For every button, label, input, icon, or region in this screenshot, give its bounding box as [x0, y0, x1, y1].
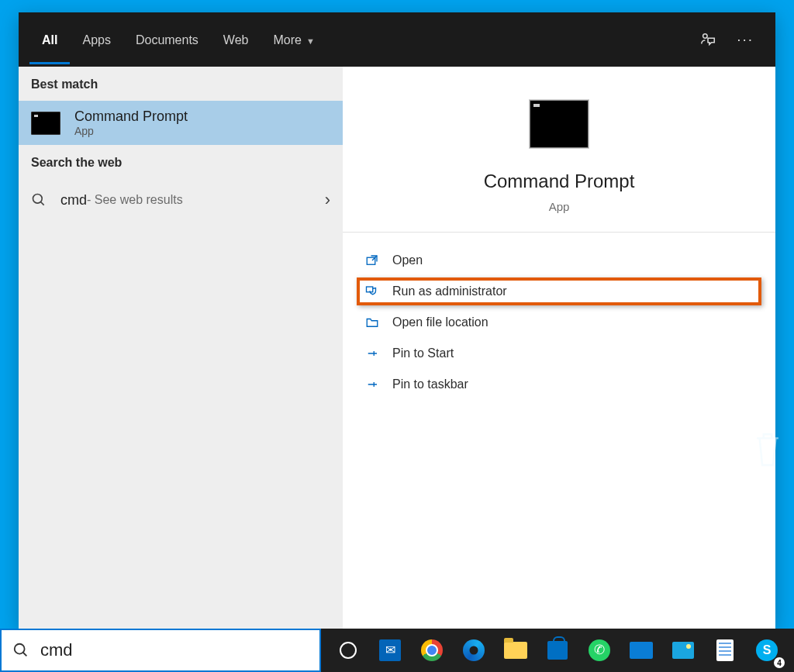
svg-line-6 [23, 653, 27, 656]
cmd-preview-icon [529, 99, 589, 149]
chevron-down-icon: ▼ [306, 36, 315, 46]
web-term: cmd [60, 192, 87, 208]
outlook-icon[interactable] [374, 634, 406, 667]
whatsapp-icon[interactable] [583, 634, 616, 667]
recycle-bin-icon[interactable] [751, 430, 785, 470]
tab-apps[interactable]: Apps [70, 15, 123, 64]
photos-icon[interactable] [667, 634, 699, 667]
results-list: Best match Command Prompt App Search the… [19, 67, 343, 629]
notepad-icon[interactable] [709, 634, 741, 667]
chrome-icon[interactable] [416, 634, 448, 667]
pin-icon [363, 346, 381, 360]
svg-point-0 [703, 34, 708, 39]
preview-title: Command Prompt [484, 171, 635, 192]
folders-icon[interactable] [625, 634, 658, 667]
chevron-right-icon: › [325, 190, 330, 210]
search-input[interactable] [40, 640, 309, 660]
shield-icon [363, 284, 381, 298]
file-explorer-icon[interactable] [499, 634, 532, 667]
svg-line-2 [41, 202, 44, 205]
taskbar-search-box[interactable] [0, 629, 321, 672]
more-options-icon[interactable]: ··· [737, 31, 754, 48]
web-suffix: - See web results [87, 193, 183, 207]
taskbar: 4 [0, 629, 794, 672]
preview-subtitle: App [549, 200, 570, 213]
action-open[interactable]: Open [357, 246, 761, 274]
preview-pane: Command Prompt App Open Run as administr… [343, 67, 775, 629]
action-run-as-administrator[interactable]: Run as administrator [357, 277, 761, 305]
result-title: Command Prompt [74, 109, 188, 125]
tab-more[interactable]: More▼ [261, 15, 326, 64]
skype-badge: 4 [774, 657, 785, 668]
cmd-icon [31, 112, 60, 135]
cortana-icon[interactable] [332, 634, 364, 667]
edge-icon[interactable] [457, 634, 490, 667]
tab-documents[interactable]: Documents [123, 15, 211, 64]
taskbar-icons: 4 [321, 629, 794, 672]
action-open-file-location[interactable]: Open file location [357, 308, 761, 336]
search-web-label: Search the web [19, 145, 343, 179]
best-match-label: Best match [19, 67, 343, 101]
tab-web[interactable]: Web [211, 15, 261, 64]
start-search-panel: All Apps Documents Web More▼ ··· Best ma… [19, 12, 775, 629]
result-command-prompt[interactable]: Command Prompt App [19, 101, 343, 145]
skype-icon[interactable]: 4 [751, 634, 783, 667]
microsoft-store-icon[interactable] [541, 634, 574, 667]
search-tabbar: All Apps Documents Web More▼ ··· [19, 12, 775, 67]
folder-icon [363, 315, 381, 329]
pin-icon [363, 377, 381, 391]
result-subtitle: App [74, 125, 188, 137]
feedback-icon[interactable] [699, 31, 716, 48]
search-icon [31, 192, 47, 208]
tab-all[interactable]: All [29, 15, 70, 64]
svg-point-5 [15, 644, 25, 654]
search-icon [12, 642, 29, 659]
web-result-cmd[interactable]: cmd - See web results › [19, 179, 343, 221]
action-pin-to-taskbar[interactable]: Pin to taskbar [357, 370, 761, 398]
svg-point-1 [33, 195, 43, 204]
action-pin-to-start[interactable]: Pin to Start [357, 339, 761, 367]
open-icon [363, 253, 381, 267]
